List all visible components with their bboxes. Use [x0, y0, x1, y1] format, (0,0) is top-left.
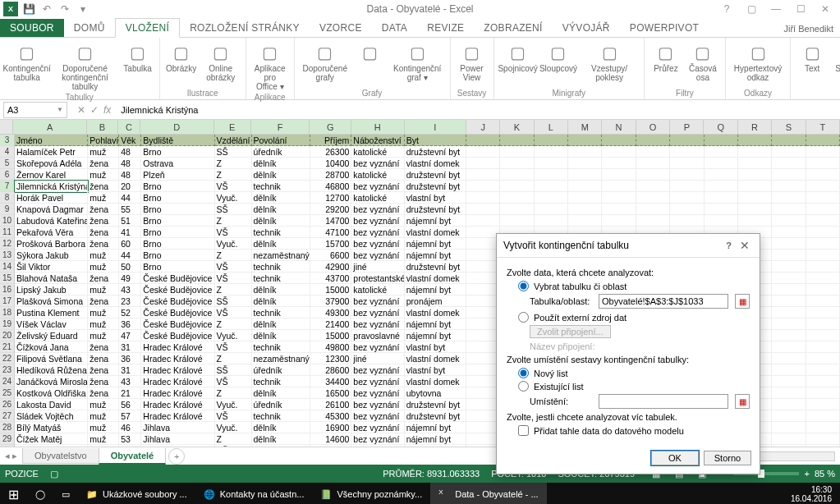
ribbon-button[interactable]: ▢Hypertextový odkaz [731, 39, 785, 84]
cell[interactable]: bez vyznání [351, 433, 404, 445]
column-header[interactable]: J [466, 120, 500, 135]
cell[interactable]: 15000 [310, 330, 351, 341]
row-header[interactable]: 27 [0, 410, 15, 422]
cell[interactable]: jiné [351, 261, 404, 273]
fx-icon[interactable]: fx [103, 104, 111, 116]
cell[interactable]: dělník [252, 169, 311, 181]
row-header[interactable]: 23 [0, 364, 15, 376]
ribbon-button[interactable]: ▢Doporučené grafy [300, 39, 351, 84]
cell[interactable]: bez vyznání [351, 250, 404, 261]
name-box-dropdown-icon[interactable]: ▼ [57, 106, 63, 113]
cell[interactable] [568, 135, 602, 146]
checkbox-data-model[interactable] [518, 425, 529, 436]
cell[interactable] [602, 204, 636, 215]
cell[interactable] [602, 135, 636, 146]
cell[interactable] [806, 215, 840, 227]
cell[interactable] [705, 192, 738, 204]
cell[interactable]: Skořepová Adéla [15, 158, 88, 169]
cell[interactable]: České Budějovice [141, 296, 214, 307]
row-header[interactable]: 20 [0, 330, 15, 341]
option-existing-sheet[interactable]: Existující list [518, 381, 750, 392]
cancel-formula-icon[interactable]: ✕ [77, 104, 85, 116]
cell[interactable] [806, 227, 840, 238]
cell[interactable]: 47 [119, 330, 141, 341]
cell[interactable] [772, 307, 806, 318]
cell[interactable]: pronájem [405, 296, 466, 307]
cell[interactable]: žena [88, 227, 119, 238]
cell[interactable]: dělník [252, 330, 311, 341]
cell[interactable]: technik [252, 341, 311, 353]
cell[interactable]: bez vyznání [351, 376, 404, 387]
cell[interactable]: žena [88, 445, 119, 447]
ribbon-button[interactable]: ▢Vzestupy/ poklesy [580, 39, 639, 84]
cell[interactable] [568, 169, 602, 181]
cell[interactable]: Jiroušková Petra [15, 445, 88, 447]
cell[interactable]: bez vyznání [351, 445, 404, 447]
cell[interactable] [772, 250, 806, 261]
cell[interactable] [772, 376, 806, 387]
cell[interactable]: dělník [252, 204, 311, 215]
cell[interactable]: VŠ [215, 273, 252, 284]
cell[interactable]: Brno [141, 146, 214, 158]
cell[interactable] [772, 445, 806, 447]
cell[interactable] [602, 169, 636, 181]
cell[interactable]: úředník [252, 399, 311, 410]
cell[interactable] [738, 181, 772, 192]
cell[interactable]: 16500 [310, 387, 351, 399]
cell[interactable]: Jihlava [141, 445, 214, 447]
row-header[interactable]: 30 [0, 445, 15, 447]
cell[interactable] [772, 399, 806, 410]
cell[interactable]: družstevní byt [405, 169, 466, 181]
cell[interactable]: 29200 [310, 204, 351, 215]
cell[interactable] [602, 192, 636, 204]
cell[interactable]: Hradec Králové [141, 410, 214, 422]
cell[interactable]: Brno [141, 250, 214, 261]
cell[interactable]: nájemní byt [405, 215, 466, 227]
ribbon-button[interactable]: ▢Časová osa [686, 39, 720, 84]
cell[interactable]: bez vyznání [351, 387, 404, 399]
cell[interactable]: Blahová Nataša [15, 273, 88, 284]
cell[interactable] [806, 341, 840, 353]
cell[interactable] [466, 192, 500, 204]
cell[interactable]: bez vyznání [351, 296, 404, 307]
cell[interactable]: Lakosta David [15, 399, 88, 410]
cell[interactable]: bez vyznání [351, 422, 404, 433]
cell[interactable]: dělník [252, 422, 311, 433]
option-select-table[interactable]: Vybrat tabulku či oblast [518, 281, 750, 291]
cell[interactable]: Z [215, 169, 252, 181]
row-header[interactable]: 24 [0, 376, 15, 387]
cell[interactable] [568, 204, 602, 215]
cell[interactable]: Sýkora Jakub [15, 250, 88, 261]
row-header[interactable]: 28 [0, 422, 15, 433]
cell[interactable]: Čížek Matěj [15, 433, 88, 445]
cell[interactable]: žena [88, 341, 119, 353]
cell[interactable]: Vyuč. [215, 422, 252, 433]
row-header[interactable]: 26 [0, 399, 15, 410]
cell[interactable]: SŠ [215, 146, 252, 158]
cell[interactable] [466, 135, 500, 146]
cell[interactable]: Hradec Králové [141, 376, 214, 387]
cell[interactable]: 46 [119, 422, 141, 433]
column-header[interactable]: M [568, 120, 602, 135]
cell[interactable]: 20 [119, 181, 141, 192]
taskbar-app-2[interactable]: 📗 Všechny poznámky... [312, 483, 430, 504]
taskbar-app-3[interactable]: X Data - Obyvatelé - ... [430, 483, 546, 504]
row-header[interactable]: 12 [0, 238, 15, 250]
cell[interactable] [568, 158, 602, 169]
cell[interactable] [535, 204, 568, 215]
cell[interactable]: 37900 [310, 296, 351, 307]
ribbon-options-icon[interactable]: ▢ [740, 2, 763, 16]
accept-formula-icon[interactable]: ✓ [90, 104, 99, 116]
ok-button[interactable]: OK [651, 451, 699, 465]
cell[interactable]: Labudová Kateřina [15, 215, 88, 227]
row-header[interactable]: 5 [0, 158, 15, 169]
cell[interactable]: Halamíček Petr [15, 146, 88, 158]
cell[interactable]: dělník [252, 284, 311, 296]
cell[interactable] [500, 146, 534, 158]
task-search-icon[interactable]: ◯ [27, 483, 53, 504]
cell[interactable]: Filipová Světlana [15, 353, 88, 364]
cell[interactable]: technik [252, 410, 311, 422]
cell[interactable] [738, 158, 772, 169]
cell[interactable]: Z [215, 318, 252, 330]
cell[interactable]: Vzdělání [215, 135, 252, 146]
